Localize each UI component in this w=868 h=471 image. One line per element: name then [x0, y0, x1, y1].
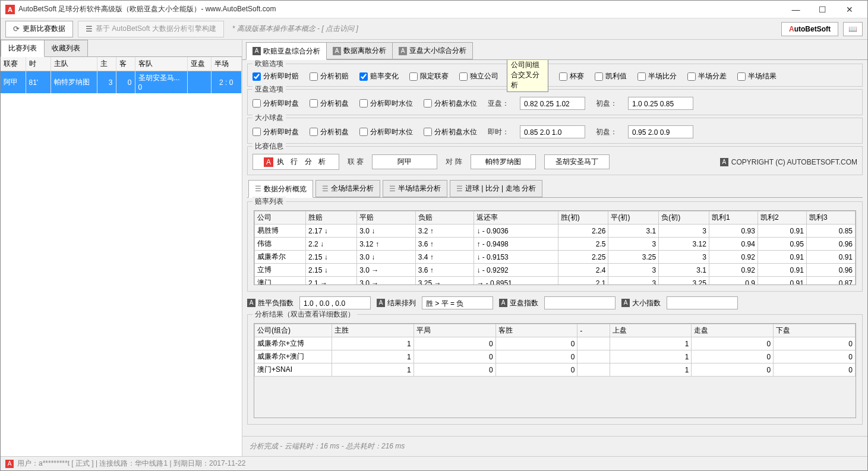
chk-limit-league[interactable]: 限定联赛 [409, 71, 449, 81]
chk-init-odds[interactable]: 分析初赔 [310, 71, 349, 81]
table-row[interactable]: 威廉希尔+立博100100 [255, 337, 856, 350]
col-half[interactable]: 半场 [211, 57, 242, 71]
help-link[interactable]: * 高级版基本操作基本概念 - [ 点击访问 ] [232, 24, 358, 34]
val-asian-index[interactable] [544, 296, 616, 309]
val-ou-index[interactable] [667, 296, 738, 309]
odds-col[interactable]: 返还率 [474, 211, 558, 225]
lbl-vs: 对 阵 [446, 157, 462, 167]
chk-odds-change[interactable]: 赔率变化 [359, 71, 399, 81]
odds-col[interactable]: 负赔 [415, 211, 474, 225]
chk-ou-live[interactable]: 分析即时盘 [252, 127, 299, 137]
app-icon: A [5, 5, 15, 14]
odds-col[interactable]: 胜(初) [558, 211, 608, 225]
index-row: A胜平负指数 1.0 , 0.0 , 0.0 A结果排列 胜 > 平 = 负 A… [247, 296, 863, 309]
table-row[interactable]: 威廉希尔+澳门100100 [255, 350, 856, 363]
table-row[interactable]: 易胜博2.17 ↓3.0 ↓3.2 ↑↓ - 0.90362.263.130.9… [255, 225, 856, 238]
val-result-order[interactable]: 胜 > 平 = 负 [422, 296, 493, 309]
chk-kelly[interactable]: 凯利值 [595, 71, 627, 81]
subtab-half[interactable]: ☰半场结果分析 [383, 180, 447, 197]
table-row[interactable]: 澳门2.1 →3.0 →3.25 →→ - 0.89512.133.250.90… [255, 277, 856, 285]
col-away-score[interactable]: 客 [116, 57, 135, 71]
val-asian-init[interactable]: 1.0 0.25 0.85 [628, 97, 693, 110]
chk-cup[interactable]: 杯赛 [559, 71, 584, 81]
chk-asia-init-water[interactable]: 分析初盘水位 [424, 99, 477, 109]
odds-col[interactable]: 平(初) [608, 211, 659, 225]
col-home[interactable]: 主队 [50, 57, 97, 71]
table-row[interactable]: 伟德2.2 ↓3.12 ↑3.6 ↑↑ - 0.94982.533.120.94… [255, 238, 856, 251]
subtab-overview[interactable]: ☰数据分析概览 [248, 180, 313, 198]
refresh-button[interactable]: ⟳ 更新比赛数据 [5, 21, 73, 37]
window-title: AutoBetSoft 足球分析软件高级版（欧赔亚盘大小全能版）- www.Au… [18, 4, 782, 14]
maximize-button[interactable]: ☐ [809, 1, 836, 18]
val-away: 圣胡安圣马丁 [544, 154, 610, 169]
chk-asia-live-water[interactable]: 分析即时水位 [359, 99, 413, 109]
table-row[interactable]: 立博2.15 ↓3.0 →3.6 ↑↓ - 0.92922.433.10.920… [255, 264, 856, 277]
val-ou-init[interactable]: 0.95 2.0 0.9 [628, 125, 693, 138]
rtab-dispersion[interactable]: A数据离散分析 [326, 42, 393, 59]
result-col[interactable]: 下盘 [774, 324, 856, 337]
left-panel: 比赛列表 收藏列表 联赛 时 主队 主 客 客队 亚盘 半场 阿甲 8 [1, 40, 242, 456]
result-col[interactable]: 平局 [414, 324, 495, 337]
right-status: 分析完成 - 云端耗时：16 ms - 总共耗时：216 ms [242, 436, 867, 456]
book-button[interactable]: 📖 [843, 22, 863, 36]
chk-ou-init[interactable]: 分析初盘 [310, 127, 349, 137]
odds-col[interactable]: 负(初) [659, 211, 709, 225]
fieldset-result: 分析结果（双击查看详细数据） 公司(组合)主胜平局客胜-上盘走盘下盘威廉希尔+立… [247, 314, 863, 425]
lbl-wdl-index: 胜平负指数 [258, 298, 293, 308]
odds-col[interactable]: 胜赔 [306, 211, 357, 225]
legend-odds: 赔率列表 [252, 197, 286, 207]
tab-match-list[interactable]: 比赛列表 [1, 40, 45, 57]
lbl-league: 联 赛 [348, 157, 364, 167]
val-ou-live[interactable]: 0.85 2.0 1.0 [520, 125, 585, 138]
result-col[interactable]: 客胜 [495, 324, 577, 337]
chk-live-odds[interactable]: 分析即时赔 [252, 71, 299, 81]
chk-ou-live-water[interactable]: 分析即时水位 [359, 127, 413, 137]
result-col[interactable]: 主胜 [332, 324, 414, 337]
odds-col[interactable]: 凯利2 [757, 211, 806, 225]
table-row[interactable]: 威廉希尔2.15 ↓3.0 ↓3.4 ↑↓ - 0.91532.253.2530… [255, 251, 856, 264]
status-icon: A [5, 460, 14, 468]
right-panel: A欧赔亚盘综合分析 A数据离散分析 A亚盘大小综合分析 欧赔选项 分析即时赔 分… [242, 40, 867, 456]
val-wdl-index[interactable]: 1.0 , 0.0 , 0.0 [299, 296, 371, 309]
subtab-goals[interactable]: ☰进球 | 比分 | 走地 分析 [450, 180, 542, 197]
col-away[interactable]: 客队 [135, 57, 187, 71]
chk-ou-init-water[interactable]: 分析初盘水位 [424, 127, 477, 137]
table-row[interactable]: 澳门+SNAI100100 [255, 363, 856, 377]
execute-button[interactable]: A 执 行 分 析 [252, 154, 339, 170]
fieldset-match: 比赛信息 A 执 行 分 析 联 赛 阿甲 对 阵 帕特罗纳图 圣胡安圣马丁 A… [247, 146, 863, 175]
chk-company-combo[interactable]: 公司组合 公司间组合交叉分析 [509, 71, 548, 81]
chk-asia-init[interactable]: 分析初盘 [310, 99, 349, 109]
fieldset-ou: 大小球盘 分析即时盘 分析初盘 分析即时水位 分析初盘水位 即时： 0.85 2… [247, 118, 863, 144]
lbl-ou-init: 初盘： [596, 127, 617, 137]
copyright: ACOPYRIGHT (C) AUTOBETSOFT.COM [720, 158, 857, 166]
chk-half-score[interactable]: 半场比分 [637, 71, 677, 81]
chk-half-result[interactable]: 半场结果 [737, 71, 777, 81]
execute-icon: A [264, 157, 273, 167]
val-asian-handicap[interactable]: 0.82 0.25 1.02 [520, 97, 585, 110]
result-col[interactable]: 公司(组合) [255, 324, 332, 337]
odds-col[interactable]: 凯利3 [806, 211, 855, 225]
odds-scroll[interactable]: 公司胜赔平赔负赔返还率胜(初)平(初)负(初)凯利1凯利2凯利3易胜博2.17 … [254, 211, 856, 285]
col-asian[interactable]: 亚盘 [187, 57, 211, 71]
rtab-euro-asia[interactable]: A欧赔亚盘综合分析 [246, 42, 327, 60]
subtab-full[interactable]: ☰全场结果分析 [315, 180, 380, 197]
rtab-asia-ou[interactable]: A亚盘大小综合分析 [392, 42, 473, 59]
refresh-icon: ⟳ [13, 24, 20, 33]
col-home-score[interactable]: 主 [97, 57, 116, 71]
close-button[interactable]: ✕ [836, 1, 863, 18]
col-league[interactable]: 联赛 [1, 57, 26, 71]
result-col[interactable]: - [577, 324, 610, 337]
result-col[interactable]: 走盘 [692, 324, 774, 337]
result-col[interactable]: 上盘 [610, 324, 692, 337]
chk-half-diff[interactable]: 半场分差 [687, 71, 727, 81]
chk-asia-live[interactable]: 分析即时盘 [252, 99, 299, 109]
val-home: 帕特罗纳图 [471, 154, 536, 169]
table-row[interactable]: 阿甲 81' 帕特罗纳图 3 0 圣胡安圣马... 0 2 : 0 [1, 71, 242, 94]
minimize-button[interactable]: — [782, 1, 809, 18]
chk-indep-company[interactable]: 独立公司 [459, 71, 498, 81]
odds-col[interactable]: 公司 [255, 211, 306, 225]
odds-col[interactable]: 平赔 [357, 211, 416, 225]
col-time[interactable]: 时 [26, 57, 50, 71]
tab-favorite-list[interactable]: 收藏列表 [44, 40, 88, 57]
odds-col[interactable]: 凯利1 [709, 211, 757, 225]
